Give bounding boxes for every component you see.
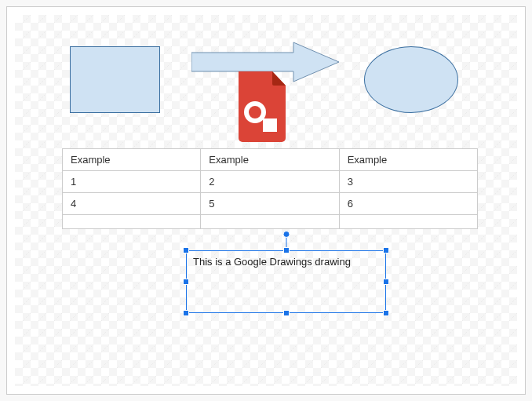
table-cell[interactable] xyxy=(63,215,201,229)
table-row[interactable]: 4 5 6 xyxy=(63,193,478,215)
resize-handle-w[interactable] xyxy=(183,279,189,285)
table-cell[interactable]: 2 xyxy=(201,171,339,193)
text-box[interactable]: This is a Google Drawings drawing xyxy=(186,250,386,313)
table-cell[interactable]: 6 xyxy=(339,193,477,215)
table-cell[interactable]: 4 xyxy=(63,193,201,215)
ellipse-shape[interactable] xyxy=(364,46,458,113)
resize-handle-s[interactable] xyxy=(283,310,290,316)
table-header-cell[interactable]: Example xyxy=(339,149,477,171)
table-header-cell[interactable]: Example xyxy=(201,149,339,171)
table-cell[interactable]: 3 xyxy=(339,171,477,193)
canvas-frame: Example Example Example 1 2 3 4 5 6 xyxy=(6,6,526,395)
rotation-handle[interactable] xyxy=(282,231,290,238)
resize-handle-se[interactable] xyxy=(383,310,389,316)
rectangle-shape[interactable] xyxy=(70,46,160,113)
table-row[interactable]: Example Example Example xyxy=(63,149,478,171)
table-cell[interactable]: 5 xyxy=(201,193,339,215)
resize-handle-nw[interactable] xyxy=(183,247,189,253)
table-row[interactable]: 1 2 3 xyxy=(63,171,478,193)
table-cell[interactable] xyxy=(339,215,477,229)
text-box-content: This is a Google Drawings drawing xyxy=(193,256,351,268)
table-row[interactable] xyxy=(63,215,478,229)
resize-handle-n[interactable] xyxy=(283,247,290,253)
drawing-canvas[interactable]: Example Example Example 1 2 3 4 5 6 xyxy=(15,15,517,386)
table-cell[interactable]: 1 xyxy=(63,171,201,193)
data-table[interactable]: Example Example Example 1 2 3 4 5 6 xyxy=(62,148,478,229)
table-cell[interactable] xyxy=(201,215,339,229)
table-header-cell[interactable]: Example xyxy=(63,149,201,171)
resize-handle-e[interactable] xyxy=(383,279,389,285)
svg-rect-1 xyxy=(263,118,277,132)
google-drawings-file-icon[interactable] xyxy=(235,71,290,142)
resize-handle-ne[interactable] xyxy=(383,247,389,253)
resize-handle-sw[interactable] xyxy=(183,310,189,316)
